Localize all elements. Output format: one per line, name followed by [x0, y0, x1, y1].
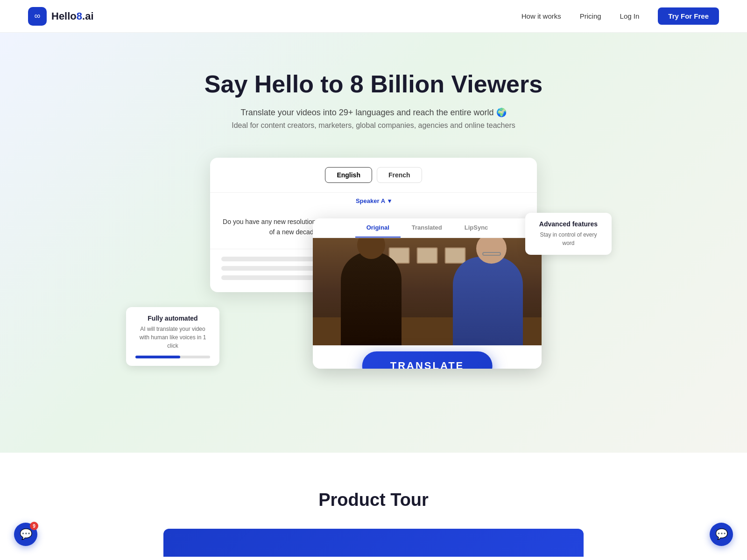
- translate-button[interactable]: TRANSLATE: [362, 351, 493, 369]
- tooltip-automated: Fully automated AI will translate your v…: [126, 307, 219, 366]
- tooltip-advanced-title: Advanced features: [535, 220, 602, 228]
- person-left-body: [341, 252, 402, 345]
- tooltip-advanced: Advanced features Stay in control of eve…: [525, 213, 612, 255]
- try-free-button[interactable]: Try For Free: [658, 7, 719, 25]
- lang-tab-french[interactable]: French: [377, 167, 422, 183]
- tooltip-automated-desc: AI will translate your video with human …: [135, 325, 210, 350]
- tab-translated[interactable]: Translated: [401, 218, 453, 238]
- chat-badge: 9: [30, 522, 38, 530]
- tooltip-advanced-desc: Stay in control of every word: [535, 231, 602, 247]
- video-card-bottom: TRANSLATE: [313, 345, 542, 369]
- hero-title: Say Hello to 8 Billion Viewers: [9, 70, 738, 98]
- art-frame-3: [445, 247, 466, 264]
- nav-links: How it works Pricing Log In Try For Free: [521, 7, 719, 25]
- nav-login[interactable]: Log In: [620, 12, 640, 20]
- video-tabs: Original Translated LipSync: [313, 218, 542, 238]
- ui-showcase: Fully automated AI will translate your v…: [210, 158, 537, 292]
- chat-widget-right[interactable]: 💬: [710, 523, 733, 546]
- hero-section: Say Hello to 8 Billion Viewers Translate…: [0, 33, 747, 453]
- tooltip-progress-bar: [135, 356, 210, 358]
- art-frame-2: [417, 247, 438, 264]
- logo: ∞ Hello8.ai: [28, 7, 94, 26]
- tour-card: [163, 529, 584, 557]
- hero-sub2: Ideal for content creators, marketers, g…: [9, 121, 738, 130]
- product-tour-section: Product Tour: [0, 453, 747, 560]
- lang-tab-english[interactable]: English: [325, 167, 372, 183]
- navbar: ∞ Hello8.ai How it works Pricing Log In …: [0, 0, 747, 33]
- lang-tabs: English French: [210, 158, 537, 193]
- tab-original[interactable]: Original: [355, 218, 401, 238]
- speaker-label: Speaker A: [356, 197, 385, 204]
- chat-widget-left[interactable]: 9 💬: [14, 523, 37, 546]
- nav-pricing[interactable]: Pricing: [580, 12, 601, 20]
- nav-how-it-works[interactable]: How it works: [521, 12, 561, 20]
- brand-name: Hello8.ai: [51, 10, 94, 22]
- logo-icon: ∞: [28, 7, 47, 26]
- brand-num: 8: [77, 10, 82, 22]
- wall-art: [389, 247, 466, 264]
- tooltip-automated-title: Fully automated: [135, 315, 210, 322]
- speaker-row: Speaker A ▾: [210, 193, 537, 209]
- hero-subtitle: Translate your videos into 29+ languages…: [9, 107, 738, 118]
- tab-lipsync[interactable]: LipSync: [453, 218, 500, 238]
- glasses: [482, 252, 501, 256]
- video-frame: [313, 238, 542, 345]
- video-card: Original Translated LipSync: [313, 218, 542, 369]
- product-tour-title: Product Tour: [28, 490, 719, 510]
- chat-left-icon: 💬: [20, 528, 32, 540]
- chevron-down-icon: ▾: [388, 197, 391, 204]
- tooltip-bar-fill: [135, 356, 180, 358]
- chat-right-icon: 💬: [715, 528, 728, 540]
- person-right-body: [453, 257, 523, 345]
